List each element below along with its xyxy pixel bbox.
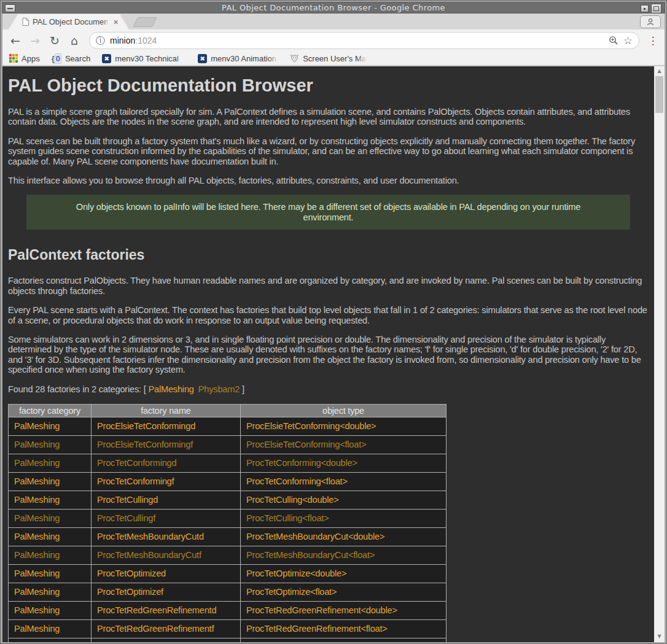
factory-name-link[interactable]: ProcTetOptimizef	[97, 587, 163, 597]
scrollbar-thumb[interactable]	[655, 76, 663, 113]
window-iconify-button[interactable]	[641, 5, 649, 12]
factory-name-link[interactable]: ProcTetMeshBoundaryCutd	[97, 532, 204, 541]
tab-pal-object-documentation[interactable]: PAL Object Documentation Browser ×	[9, 14, 129, 29]
simulators-paragraph: Some simulators can work in 2 dimensions…	[8, 335, 649, 375]
site-info-icon[interactable]: ⓘ	[96, 35, 105, 47]
bookmark-menv30-animation[interactable]: ✖ menv30 Animation	[198, 54, 278, 63]
factory-category-link[interactable]: PalMeshing	[14, 624, 60, 634]
bookmark-label: menv30 Technical	[115, 54, 186, 63]
bookmarks-bar: Apps {0 Search ✖ menv30 Technical ✖ menv…	[2, 52, 665, 66]
table-row: PalMeshing ProcTetConformingf ProcTetCon…	[9, 472, 447, 491]
gnu-head-favicon	[290, 54, 299, 63]
factory-category-link[interactable]: PalMeshing	[14, 421, 60, 431]
address-bar[interactable]: ⓘ minion:1024 ☆	[89, 32, 639, 49]
table-row: PalMeshing ProcTetRedGreenRefinementf Pr…	[9, 619, 447, 638]
factories-table: factory category factory name object typ…	[8, 404, 447, 642]
window-title: PAL Object Documentation Browser - Googl…	[222, 3, 445, 12]
factory-name-link[interactable]: ProcTetRedGreenRefinementf	[97, 624, 214, 634]
object-type-link[interactable]: ProcTetConforming<float>	[246, 476, 348, 486]
window-frame: PAL Object Documentation Browser - Googl…	[0, 0, 667, 644]
profile-button[interactable]	[640, 15, 661, 28]
object-type-link[interactable]: ProcTetOptimize<float>	[246, 587, 337, 597]
object-type-link[interactable]: ProcTetConforming<double>	[246, 458, 357, 468]
back-icon[interactable]: ←	[8, 33, 23, 48]
category-link-palmeshing[interactable]: PalMeshing	[148, 384, 193, 394]
brace-zero-favicon: {0	[52, 54, 61, 63]
bookmark-star-icon[interactable]: ☆	[623, 34, 633, 47]
table-header-row: factory category factory name object typ…	[9, 404, 447, 417]
object-type-link[interactable]: ProcElsieTetConforming<double>	[246, 421, 376, 431]
object-type-link[interactable]: ProcTetCulling<double>	[246, 495, 339, 505]
bookmark-menv30-technical[interactable]: ✖ menv30 Technical	[102, 54, 186, 63]
object-type-link[interactable]: ProcTetCulling<float>	[246, 513, 329, 523]
zoom-icon[interactable]	[609, 36, 618, 45]
profile-icon	[646, 18, 655, 26]
factory-name-link[interactable]: ProcTetMeshBoundaryCutf	[97, 550, 201, 560]
browser-toolbar: ← → ↻ ⌂ ⓘ minion:1024 ☆ ⋮	[2, 29, 665, 52]
factory-name-link[interactable]: ProcTetRedGreenRefinementd	[97, 605, 216, 615]
table-row: PalMeshing ProcElsieTetConformingf ProcE…	[9, 435, 447, 454]
bookmark-label: Screen User's Manual	[303, 54, 367, 63]
url-host: minion	[110, 36, 135, 45]
chrome-menu-icon[interactable]: ⋮	[647, 34, 659, 47]
factory-category-link[interactable]: PalMeshing	[14, 513, 60, 523]
scrollbar-down-icon[interactable]: ▼	[654, 632, 665, 641]
factory-name-link[interactable]: ProcTetCullingf	[97, 513, 155, 523]
vertical-scrollbar[interactable]: ▲ ▼	[654, 66, 665, 642]
forward-icon[interactable]: →	[28, 33, 42, 48]
found-suffix: ]	[240, 384, 244, 394]
tab-title-fade	[102, 16, 113, 28]
tab-title: PAL Object Documentation Browser	[33, 17, 107, 26]
factory-name-link[interactable]: ProcElsieTetConformingf	[97, 440, 193, 449]
table-row: PalMeshing ProcTetMeshBoundaryCutf ProcT…	[9, 546, 447, 564]
factory-name-link[interactable]: ProcTetOptimized	[97, 568, 166, 578]
menv-favicon: ✖	[102, 54, 111, 63]
table-row: PalMeshing ProcTetOptimizef ProcTetOptim…	[9, 583, 447, 601]
factory-name-link[interactable]: ProcTetCullingd	[97, 495, 158, 505]
bookmark-label: menv30 Animation	[211, 54, 278, 63]
object-type-link[interactable]: ProcTetRedGreenRefinement<float>	[246, 624, 388, 634]
page-icon	[22, 18, 29, 26]
bookmark-screen-users-manual[interactable]: Screen User's Manual	[290, 54, 367, 63]
table-row: PalMeshing ProcTetCullingf ProcTetCullin…	[9, 509, 447, 527]
table-row: PalMeshing ProcTetCullingd ProcTetCullin…	[9, 491, 447, 509]
bookmark-apps[interactable]: Apps	[9, 54, 40, 63]
factory-category-link[interactable]: PalMeshing	[14, 532, 60, 541]
factory-name-link[interactable]: ProcElsieTetConformingd	[97, 421, 195, 431]
category-link-physbam2[interactable]: Physbam2	[198, 384, 240, 394]
factory-category-link[interactable]: PalMeshing	[14, 550, 60, 560]
window-maximize-button[interactable]	[651, 4, 661, 14]
new-tab-button[interactable]	[133, 17, 157, 27]
object-type-link[interactable]: ProcTetRedGreenRefinement<double>	[246, 605, 397, 615]
intro-paragraph: PAL is a simple scene graph tailored spe…	[8, 107, 649, 127]
browser-chrome: PAL Object Documentation Browser × ← → ↻…	[2, 14, 665, 642]
table-row: PalMeshing ProcTetRedGreenRefinementd Pr…	[9, 601, 447, 619]
factory-system-paragraph: PAL scenes can be built through a factor…	[8, 136, 649, 166]
home-icon[interactable]: ⌂	[67, 33, 82, 48]
object-type-link[interactable]: ProcElsieTetConforming<float>	[246, 440, 366, 449]
factory-category-link[interactable]: PalMeshing	[14, 495, 60, 505]
factory-category-link[interactable]: PalMeshing	[14, 605, 60, 615]
window-menu-button[interactable]	[5, 4, 15, 12]
factory-category-link[interactable]: PalMeshing	[14, 440, 60, 449]
url-port: :1024	[135, 36, 157, 45]
found-prefix: Found 28 factories in 2 categories: [	[8, 384, 148, 394]
url-text[interactable]: minion:1024	[110, 36, 604, 45]
bookmark-label: Apps	[21, 54, 40, 63]
scrollbar-up-icon[interactable]: ▲	[654, 66, 665, 76]
factory-category-link[interactable]: PalMeshing	[14, 568, 60, 578]
factory-name-link[interactable]: ProcTetConformingd	[97, 458, 176, 468]
page-content: PAL Object Documentation Browser PAL is …	[2, 66, 665, 642]
table-row: PalMeshing ProcElsieTetConformingd ProcE…	[9, 417, 447, 435]
window-titlebar: PAL Object Documentation Browser - Googl…	[2, 2, 665, 14]
factory-name-link[interactable]: ProcTetConformingf	[97, 476, 174, 486]
object-type-link[interactable]: ProcTetOptimize<double>	[246, 568, 346, 578]
factory-category-link[interactable]: PalMeshing	[14, 476, 60, 486]
object-type-link[interactable]: ProcTetMeshBoundaryCut<float>	[246, 550, 375, 560]
reload-icon[interactable]: ↻	[47, 33, 62, 48]
bookmark-search[interactable]: {0 Search	[52, 54, 91, 63]
object-type-link[interactable]: ProcTetMeshBoundaryCut<double>	[246, 532, 384, 541]
factory-category-link[interactable]: PalMeshing	[14, 587, 60, 597]
table-row: PalMeshing ProcTetOptimized ProcTetOptim…	[9, 564, 447, 583]
factory-category-link[interactable]: PalMeshing	[14, 458, 60, 468]
